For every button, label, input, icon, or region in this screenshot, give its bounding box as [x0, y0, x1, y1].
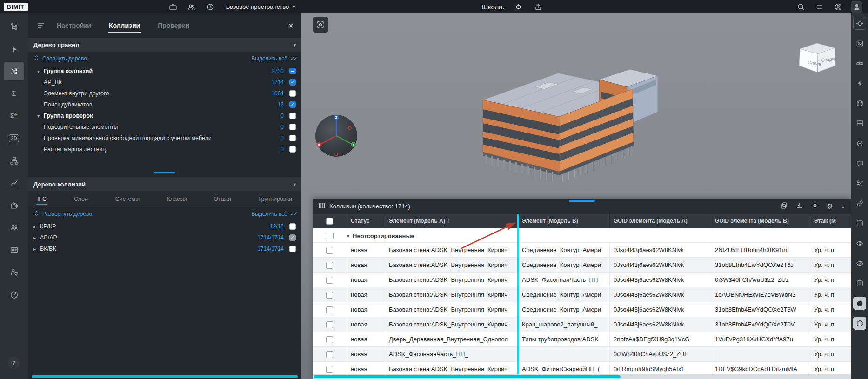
collision-tree-header[interactable]: Дерево коллизий ▾: [28, 177, 301, 191]
table-row[interactable]: новая Базовая стена:ADSK_Внутренняя_Кирп…: [313, 243, 851, 258]
section-cube-icon[interactable]: [853, 97, 866, 110]
collapsed-arrow-icon[interactable]: ▸: [33, 246, 40, 252]
rules-tree-item[interactable]: ▾ Проверка минимальной свободной площади…: [28, 133, 301, 144]
row-checkbox[interactable]: [326, 292, 333, 299]
scrollbar-thumb[interactable]: [314, 375, 621, 378]
lightning-icon[interactable]: [853, 77, 866, 90]
comment-icon[interactable]: [853, 157, 866, 170]
structure-icon[interactable]: [4, 17, 24, 36]
table-row[interactable]: новая Базовая стена:ADSK_Внутренняя_Кирп…: [313, 258, 851, 273]
rule-checkbox[interactable]: [289, 135, 296, 141]
user-icon[interactable]: [851, 1, 862, 13]
panel-menu-icon[interactable]: [35, 20, 47, 31]
rules-tree-item[interactable]: ▾ Поиск дубликатов 12: [28, 99, 301, 110]
collision-tree-tab[interactable]: Группировки: [257, 192, 293, 206]
eye-icon[interactable]: [853, 237, 866, 250]
scheme-icon[interactable]: [4, 151, 24, 170]
rules-tree-item[interactable]: ▾ Группа коллизий 2730: [28, 66, 301, 77]
dashboard-icon[interactable]: [4, 285, 24, 304]
collision-tree-item[interactable]: ▸ ВК/ВК 1714/1714: [28, 243, 301, 254]
account-icon[interactable]: [833, 1, 844, 13]
cut-icon[interactable]: [853, 177, 866, 190]
space-selector[interactable]: Базовое пространство ▾: [226, 3, 295, 10]
panel-splitter[interactable]: [28, 155, 301, 177]
row-checkbox[interactable]: [326, 277, 333, 284]
collision-group-checkbox[interactable]: [289, 234, 296, 241]
rules-tree-item[interactable]: ▾ Группа проверок 0: [28, 110, 301, 121]
screenshot-icon[interactable]: [853, 37, 866, 50]
rules-tree-item[interactable]: ▾ АР_ВК 1714: [28, 77, 301, 88]
row-checkbox[interactable]: [326, 306, 333, 313]
panel-tab[interactable]: Проверки: [157, 19, 190, 32]
rules-tree-item[interactable]: ▾ Подозрительные элементы 0: [28, 121, 301, 133]
column-header-element-b[interactable]: Элемент (Модель B): [518, 214, 610, 228]
link-icon[interactable]: [853, 197, 866, 210]
column-header-status[interactable]: Статус: [347, 214, 385, 228]
clear-selection-icon[interactable]: [853, 277, 866, 290]
help-button[interactable]: ?: [8, 357, 20, 369]
collisions-icon[interactable]: [4, 62, 24, 80]
sum-icon[interactable]: Σ: [4, 84, 24, 103]
rules-tree-item[interactable]: ▾ Элемент внутри другого 1004: [28, 88, 301, 99]
rule-checkbox[interactable]: [289, 146, 296, 153]
panel-tab[interactable]: Настройки: [56, 19, 92, 32]
settings-gear-icon[interactable]: ⚙: [513, 1, 524, 13]
eye-off-icon[interactable]: [853, 257, 866, 270]
focus-icon[interactable]: [853, 17, 866, 30]
collapsed-arrow-icon[interactable]: ▸: [33, 235, 40, 240]
table-row[interactable]: новая Базовая стена:ADSK_Внутренняя_Кирп…: [313, 287, 851, 302]
ghost-cube-icon[interactable]: [853, 317, 866, 330]
column-header-floor[interactable]: Этаж (М: [810, 214, 851, 228]
ruler-icon[interactable]: [853, 57, 866, 70]
splitter-handle[interactable]: [154, 172, 175, 173]
axis-gizmo[interactable]: Z X Y: [311, 110, 362, 161]
collision-tree-item[interactable]: ▸ КР/КР 12/12: [28, 221, 301, 232]
solid-cube-icon[interactable]: [853, 297, 866, 310]
graph-icon[interactable]: [4, 173, 24, 192]
rule-checkbox[interactable]: [289, 124, 296, 130]
table-row[interactable]: новая ADSK_ФасоннаяЧасть_ПП_ 0i3W$40lrCh…: [313, 347, 851, 362]
view-2d-icon[interactable]: 2D: [4, 129, 24, 147]
grid-icon[interactable]: [853, 117, 866, 130]
group-checkbox[interactable]: [327, 233, 334, 239]
row-checkbox[interactable]: [326, 336, 333, 343]
column-header-guid-b[interactable]: GUID элемента (Модель B): [711, 214, 810, 228]
target-icon[interactable]: [853, 137, 866, 150]
column-header-guid-a[interactable]: GUID элемента (Модель A): [610, 214, 711, 228]
collision-tree-item[interactable]: ▸ АР/АР 1714/1714: [28, 232, 301, 243]
expand-arrow-icon[interactable]: ▾: [37, 69, 44, 74]
team-rail-icon[interactable]: [4, 218, 24, 237]
close-icon[interactable]: ✕: [288, 21, 294, 30]
select-all-checkbox[interactable]: [326, 218, 333, 225]
box-hide-icon[interactable]: [853, 217, 866, 230]
collapse-panel-chevron-icon[interactable]: ⌄: [841, 203, 846, 210]
collision-tree-tab[interactable]: Слои: [73, 192, 89, 206]
collision-tree-tab[interactable]: Классы: [166, 192, 187, 206]
rule-checkbox[interactable]: [289, 101, 296, 108]
collision-tree-tab[interactable]: Этажи: [213, 192, 232, 206]
view-cube[interactable]: Слева Сзади: [792, 41, 838, 76]
collision-tree-tab[interactable]: Системы: [114, 192, 140, 206]
projects-icon[interactable]: [167, 1, 179, 13]
table-row[interactable]: новая Дверь_Деревянная_Внутренняя_Однопо…: [313, 332, 851, 347]
row-checkbox[interactable]: [326, 262, 333, 269]
rule-checkbox[interactable]: [289, 113, 296, 119]
cursor-icon[interactable]: [4, 40, 24, 58]
panel-tab[interactable]: Коллизии: [108, 19, 141, 32]
collapsed-arrow-icon[interactable]: ▸: [33, 224, 40, 229]
table-settings-gear-icon[interactable]: ⚙: [827, 203, 833, 210]
list-icon[interactable]: [814, 1, 825, 13]
select-all-link[interactable]: Выделить всё: [251, 55, 287, 62]
app-logo[interactable]: BIMIT: [4, 3, 28, 11]
rule-checkbox[interactable]: [289, 68, 296, 74]
collision-tree-tab[interactable]: IFC: [36, 192, 47, 206]
export-icon[interactable]: [796, 202, 803, 211]
sync-icon[interactable]: [205, 1, 216, 13]
search-icon[interactable]: [795, 1, 807, 13]
row-checkbox[interactable]: [326, 366, 333, 373]
group-collapse-icon[interactable]: ▾: [347, 233, 349, 239]
select-all-link[interactable]: Выделить всё: [251, 211, 287, 217]
collapse-tree-link[interactable]: Свернуть дерево: [42, 55, 87, 62]
row-checkbox[interactable]: [326, 321, 333, 328]
share-icon[interactable]: [533, 1, 544, 13]
